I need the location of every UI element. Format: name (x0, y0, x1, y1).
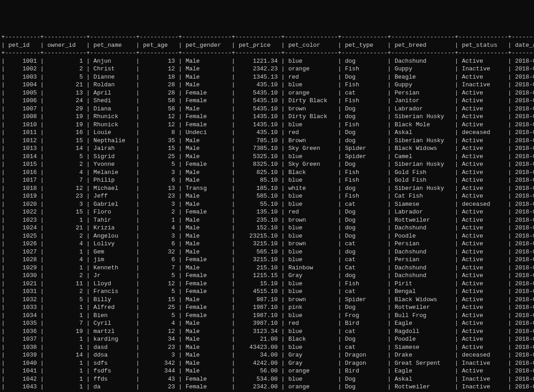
table-row: | 1039 | 14 | ddsa | 3 | Male | 34.00 | … (1, 351, 534, 359)
table-row: | 1040 | 1 | sdfs | 342 | Male | 4242.00… (1, 359, 534, 367)
table-row: | 1024 | 21 | Krizia | 4 | Male | 152.10… (1, 224, 534, 232)
table-row: | 1008 | 19 | Rhunick | 12 | Female | 14… (1, 113, 534, 121)
table-row: | 1029 | 1 | Kenneth | 7 | Male | 215.10… (1, 264, 534, 272)
table-row: | 1004 | 21 | Roldan | 28 | Male | 435.1… (1, 81, 534, 89)
table-row: | 1016 | 4 | Melanie | 3 | Male | 825.10… (1, 169, 534, 177)
table-row: | 1037 | 1 | karding | 34 | Male | 21.00… (1, 335, 534, 343)
table-row: | 1011 | 16 | Louie | 8 | Undeci | 435.1… (1, 129, 534, 137)
table-row: | 1003 | 5 | Dianne | 18 | Male | 1345.1… (1, 73, 534, 81)
table-row: | 1001 | 1 | Anjun | 13 | Male | 1221.34… (1, 57, 534, 65)
table-border-mid: +----------+------------+-------------+-… (1, 49, 534, 57)
table-row: | 1013 | 14 | Jairah | 15 | Male | 7385.… (1, 144, 534, 153)
table-row: | 1042 | 1 | ffds | 43 | Female | 534.00… (1, 375, 534, 383)
table-row: | 1020 | 3 | Gabriel | 3 | Male | 55.10 … (1, 200, 534, 208)
table-row: | 1002 | 2 | Christ | 12 | Male | 2342.2… (1, 65, 534, 73)
table-row: | 1017 | 7 | Philip | 6 | Male | 85.10 |… (1, 176, 534, 184)
table-header-row: | pet_id | owner_id | pet_name | pet_age… (1, 41, 534, 50)
table-row: | 1007 | 29 | Diana | 58 | Male | 5435.1… (1, 105, 534, 113)
sql-result-table: +----------+------------+-------------+-… (1, 33, 534, 392)
table-row: | 1023 | 1 | Tahir | 1 | Male | 235.10 |… (1, 216, 534, 224)
table-row: | 1028 | 4 | jim | 6 | Female | 3215.10 … (1, 256, 534, 264)
table-row: | 1006 | 24 | Shedi | 58 | Female | 5435… (1, 97, 534, 105)
table-row: | 1034 | 1 | Bien | 5 | Female | 1987.10… (1, 312, 534, 320)
table-row: | 1012 | 15 | Nepthalie | 35 | Male | 78… (1, 137, 534, 145)
table-row: | 1038 | 1 | dasd | 23 | Male | 43423.00… (1, 343, 534, 352)
table-border-top: +----------+------------+-------------+-… (1, 33, 534, 41)
table-row: | 1026 | 4 | Lolivy | 6 | Male | 3215.10… (1, 240, 534, 248)
table-row: | 1032 | 5 | Billy | 15 | Male | 987.10 … (1, 296, 534, 304)
table-row: | 1025 | 2 | Angelou | 3 | Male | 23215.… (1, 232, 534, 240)
table-row: | 1015 | 2 | Yvonne | 5 | Female | 8325.… (1, 160, 534, 169)
table-row: | 1005 | 13 | April | 28 | Female | 5435… (1, 89, 534, 97)
table-row: | 1041 | 1 | fsdfs | 344 | Male | 56.00 … (1, 367, 534, 375)
table-row: | 1014 | 5 | Sigrid | 25 | Male | 5325.1… (1, 153, 534, 161)
table-row: | 1021 | 11 | Lloyd | 12 | Female | 15.1… (1, 280, 534, 288)
table-row: | 1010 | 19 | Rhunick | 12 | Female | 14… (1, 121, 534, 129)
table-row: | 1033 | 1 | Alfred | 25 | Female | 1987… (1, 303, 534, 312)
table-row: | 1036 | 19 | martzl | 12 | Male | 3123.… (1, 327, 534, 336)
table-row: | 1030 | 2 | Jr | 5 | Female | 1215.15 |… (1, 272, 534, 280)
table-row: | 1031 | 2 | Francis | 5 | Female | 4515… (1, 288, 534, 296)
table-row: | 1019 | 23 | Jeff | 23 | Male | 585.10 … (1, 192, 534, 200)
table-row: | 1027 | 1 | Gem | 32 | Male | 565.10 | … (1, 248, 534, 256)
table-row: | 1035 | 7 | Cyril | 4 | Male | 3987.10 … (1, 319, 534, 327)
table-row: | 1018 | 12 | Michael | 13 | Transg | 18… (1, 184, 534, 193)
table-row: | 1043 | 1 | da | 23 | Female | 2342.00 … (1, 383, 534, 391)
table-row: | 1022 | 15 | Floro | 2 | Female | 135.1… (1, 208, 534, 216)
